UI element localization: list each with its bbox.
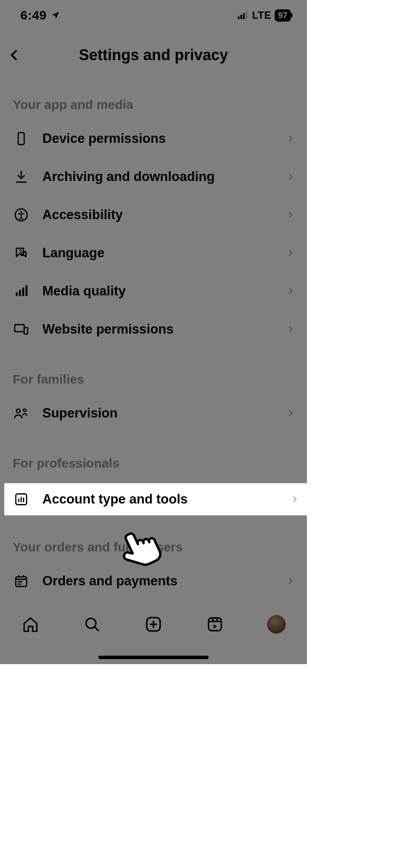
chevron-right-icon xyxy=(287,326,294,333)
settings-screen: 6:49 LTE 97 Settings and privacy xyxy=(0,0,307,664)
nav-create[interactable] xyxy=(142,612,165,636)
svg-rect-12 xyxy=(15,325,24,332)
row-supervision[interactable]: Supervision xyxy=(13,394,294,432)
page-title: Settings and privacy xyxy=(79,46,228,64)
svg-rect-4 xyxy=(18,133,24,145)
status-time: 6:49 xyxy=(20,8,47,22)
home-indicator xyxy=(98,656,209,659)
battery-indicator: 97 xyxy=(275,9,291,22)
svg-rect-0 xyxy=(238,17,239,19)
location-icon xyxy=(51,11,60,20)
section-header-orders: Your orders and fundraisers xyxy=(13,516,294,562)
row-label: Accessibility xyxy=(42,207,123,223)
row-account-type-tools[interactable]: Account type and tools xyxy=(13,483,298,515)
svg-point-15 xyxy=(23,409,26,412)
row-language[interactable]: 文 Language xyxy=(13,234,294,272)
svg-rect-1 xyxy=(240,15,242,19)
devices-icon xyxy=(13,321,30,338)
section-header-app-media: Your app and media xyxy=(13,85,294,120)
signal-icon xyxy=(238,11,249,19)
nav-home[interactable] xyxy=(19,612,42,636)
nav-profile[interactable] xyxy=(265,612,288,636)
orders-icon xyxy=(13,573,30,590)
bars-icon xyxy=(13,283,30,300)
nav-search[interactable] xyxy=(80,612,104,636)
row-orders-payments[interactable]: Orders and payments xyxy=(13,562,294,600)
status-bar: 6:49 LTE 97 xyxy=(0,0,307,31)
svg-rect-9 xyxy=(19,290,21,296)
supervision-icon xyxy=(13,405,30,422)
row-media-quality[interactable]: Media quality xyxy=(13,272,294,310)
row-accessibility[interactable]: Accessibility xyxy=(13,196,294,234)
row-website-permissions[interactable]: Website permissions xyxy=(13,310,294,348)
section-header-professionals: For professionals xyxy=(13,432,294,478)
chevron-right-icon xyxy=(291,495,298,503)
svg-rect-8 xyxy=(16,292,18,296)
svg-point-6 xyxy=(20,211,22,213)
nav-reels[interactable] xyxy=(203,612,227,636)
svg-rect-13 xyxy=(24,328,28,334)
language-icon: 文 xyxy=(13,245,30,262)
chevron-right-icon xyxy=(287,249,294,257)
settings-content: Your app and media Device permissions Ar… xyxy=(0,85,307,605)
bottom-nav xyxy=(0,605,307,664)
avatar xyxy=(267,615,286,634)
svg-rect-10 xyxy=(22,288,25,296)
chevron-right-icon xyxy=(287,173,294,181)
chevron-right-icon xyxy=(287,409,294,417)
svg-rect-3 xyxy=(245,11,247,19)
row-label: Language xyxy=(42,245,104,261)
row-label: Orders and payments xyxy=(42,573,178,589)
chevron-right-icon xyxy=(287,211,294,219)
device-icon xyxy=(13,130,30,147)
download-icon xyxy=(13,168,30,185)
highlighted-row-container: Account type and tools xyxy=(4,483,307,515)
svg-rect-11 xyxy=(25,285,28,296)
chevron-right-icon xyxy=(287,577,294,585)
row-label: Media quality xyxy=(42,284,125,299)
chevron-right-icon xyxy=(287,135,294,142)
chevron-right-icon xyxy=(287,287,294,295)
row-archiving-downloading[interactable]: Archiving and downloading xyxy=(13,158,294,196)
back-button[interactable] xyxy=(3,43,26,67)
insights-icon xyxy=(13,491,30,508)
page-header: Settings and privacy xyxy=(0,38,307,72)
network-label: LTE xyxy=(252,9,271,21)
svg-point-14 xyxy=(17,409,20,413)
row-label: Device permissions xyxy=(42,131,166,146)
svg-rect-19 xyxy=(209,618,221,631)
row-label: Supervision xyxy=(42,406,117,421)
row-device-permissions[interactable]: Device permissions xyxy=(13,120,294,158)
svg-rect-2 xyxy=(243,13,245,19)
svg-text:文: 文 xyxy=(18,249,23,253)
accessibility-icon xyxy=(13,206,30,223)
section-header-families: For families xyxy=(13,348,294,394)
row-label: Account type and tools xyxy=(42,492,188,507)
row-label: Archiving and downloading xyxy=(42,169,214,184)
row-label: Website permissions xyxy=(42,322,174,337)
